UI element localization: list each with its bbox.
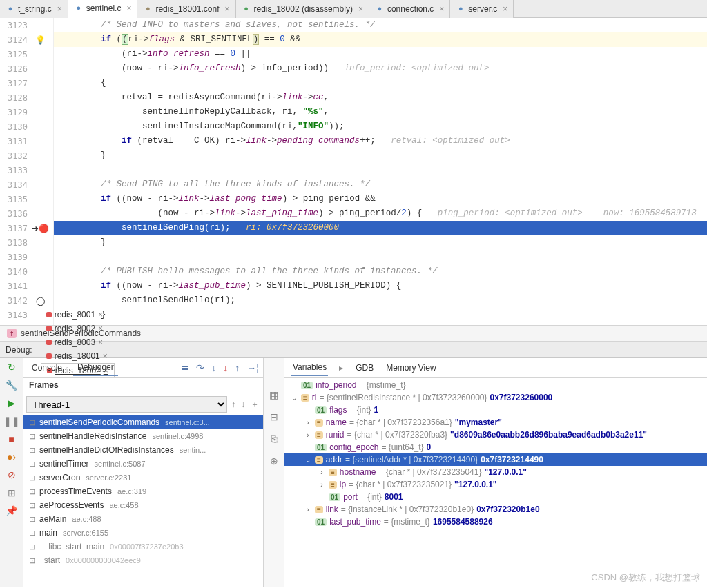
layout-button[interactable]: ⊞ xyxy=(6,487,18,499)
stack-frame[interactable]: ⊡processTimeEvents ae.c:319 xyxy=(23,484,263,498)
close-icon[interactable]: × xyxy=(98,310,103,320)
expand-icon[interactable]: › xyxy=(304,419,312,427)
code-line[interactable]: (ri->info_refresh == 0 || xyxy=(54,47,707,61)
var-row[interactable]: ⌄≡ addr = {sentinelAddr * | 0x7f37232144… xyxy=(284,453,707,466)
editor-tab-redis-18001-conf[interactable]: ●redis_18001.conf× xyxy=(137,0,235,18)
editor-tab-redis-18002--disassembly-[interactable]: ●redis_18002 (disassembly)× xyxy=(236,0,369,18)
stack-frame[interactable]: ⊡_start 0x000000000042eec9 xyxy=(23,553,263,567)
pin-button[interactable]: 📌 xyxy=(6,504,18,517)
var-row[interactable]: ›≡ name = {char * | 0x7f37232356a1} "mym… xyxy=(284,416,707,429)
stack-frame[interactable]: ⊡main server.c:6155 xyxy=(23,526,263,540)
step-into-button[interactable]: ↷ xyxy=(196,362,204,373)
code-line[interactable]: /* Send PING to all the three kinds of i… xyxy=(54,177,707,192)
layout2-button[interactable]: ⊟ xyxy=(268,411,280,423)
expand-icon[interactable]: › xyxy=(304,431,312,439)
gutter-mark[interactable]: ◯ xyxy=(30,296,50,306)
step-over-button[interactable]: ≣ xyxy=(181,362,189,373)
tab-memory[interactable]: Memory View xyxy=(385,360,437,375)
code-line[interactable] xyxy=(54,163,707,177)
settings-button[interactable]: 🔧 xyxy=(6,379,18,391)
stack-frame[interactable]: ⊡sentinelHandleDictOfRedisInstances sent… xyxy=(23,443,263,457)
code-line[interactable]: } xyxy=(54,148,707,163)
code-line[interactable]: if ((now - ri->last_pub_time) > SENTINEL… xyxy=(54,279,707,293)
code-line[interactable]: sentinelSendPing(ri); ri: 0x7f3723260000 xyxy=(54,221,707,235)
code-line[interactable]: if ((now - ri->link->last_pong_time) > p… xyxy=(54,192,707,206)
console-tab[interactable]: Console xyxy=(28,360,66,375)
gutter-mark[interactable]: 💡 xyxy=(30,35,50,45)
debug-tab-redis_8001[interactable]: redis_8001 × xyxy=(41,308,115,322)
close-icon[interactable]: × xyxy=(358,4,363,14)
editor-tab-sentinel-c[interactable]: ●sentinel.c× xyxy=(68,0,138,18)
close-icon[interactable]: × xyxy=(57,4,62,14)
step-into-my-button[interactable]: ↓ xyxy=(211,362,216,373)
stack-frame[interactable]: ⊡aeMain ae.c:488 xyxy=(23,512,263,526)
close-icon[interactable]: × xyxy=(503,4,507,14)
code-line[interactable]: if (retval == C_OK) ri->link->pending_co… xyxy=(54,134,707,148)
editor-tab-t-string-c[interactable]: ●t_string.c× xyxy=(0,0,68,18)
view-breakpoints-button[interactable]: ●› xyxy=(6,451,18,463)
resume-button[interactable]: ▶ xyxy=(6,397,18,409)
var-row[interactable]: ›≡ ip = {char * | 0x7f3723235021} "127.0… xyxy=(284,478,707,491)
next-frame-button[interactable]: ↓ xyxy=(240,400,246,409)
var-row[interactable]: ›≡ runid = {char * | 0x7f372320fba3} "d8… xyxy=(284,429,707,441)
run-to-cursor-button[interactable]: →¦ xyxy=(246,362,259,373)
var-row[interactable]: 01 info_period = {mstime_t} xyxy=(284,379,707,391)
close-icon[interactable]: × xyxy=(439,4,444,14)
stack-frame[interactable]: ⊡serverCron server.c:2231 xyxy=(23,471,263,484)
var-row[interactable]: ›≡ hostname = {char * | 0x7f3723235041} … xyxy=(284,466,707,478)
expand-icon[interactable]: ⌄ xyxy=(290,394,298,402)
thread-select[interactable]: Thread-1 xyxy=(26,396,227,413)
close-icon[interactable]: × xyxy=(126,3,131,13)
mute-breakpoints-button[interactable]: ⊘ xyxy=(6,469,18,481)
link-button[interactable]: ⊕ xyxy=(268,455,280,467)
force-step-into-button[interactable]: ↓ xyxy=(223,362,228,373)
editor-tab-server-c[interactable]: ●server.c× xyxy=(450,0,514,18)
pause-button[interactable]: ❚❚ xyxy=(6,415,18,427)
code-line[interactable]: (now - ri->info_refresh) > info_period))… xyxy=(54,61,707,76)
expand-icon[interactable]: ⌄ xyxy=(304,456,312,464)
stack-frame[interactable]: ⊡sentinelTimer sentinel.c:5087 xyxy=(23,457,263,471)
add-button[interactable]: ＋ xyxy=(249,399,260,411)
code-line[interactable] xyxy=(54,250,707,264)
code-area[interactable]: /* Send INFO to masters and slaves, not … xyxy=(54,18,707,325)
close-icon[interactable]: × xyxy=(98,324,103,333)
stack-frame[interactable]: ⊡aeProcessEvents ae.c:458 xyxy=(23,498,263,512)
var-row[interactable]: 01 last_pub_time = {mstime_t} 1695584588… xyxy=(284,516,707,528)
expand-icon[interactable]: › xyxy=(318,469,326,476)
tab-variables[interactable]: Variables xyxy=(291,360,328,376)
code-line[interactable]: sentinelInfoReplyCallback, ri, "%s", xyxy=(54,105,707,119)
code-line[interactable]: (now - ri->link->last_ping_time) > ping_… xyxy=(54,206,707,221)
debug-tab-redis_8003[interactable]: redis_8003 × xyxy=(41,335,115,349)
tab-gdb[interactable]: GDB xyxy=(354,360,375,375)
grid-button[interactable]: ▦ xyxy=(268,389,280,401)
copy-button[interactable]: ⎘ xyxy=(268,433,280,445)
editor-tab-connection-c[interactable]: ●connection.c× xyxy=(369,0,450,18)
debugger-tab[interactable]: Debugger xyxy=(73,360,118,376)
rerun-button[interactable]: ↻ xyxy=(6,361,18,373)
close-icon[interactable]: × xyxy=(225,4,230,14)
stack-frame[interactable]: ⊡sentinelHandleRedisInstance sentinel.c:… xyxy=(23,429,263,443)
code-line[interactable]: /* PUBLISH hello messages to all the thr… xyxy=(54,264,707,279)
code-line[interactable]: { xyxy=(54,76,707,90)
stack-frame[interactable]: ⊡sentinelSendPeriodicCommands sentinel.c… xyxy=(23,415,263,429)
code-line[interactable]: sentinelInstanceMapCommand(ri,"INFO")); xyxy=(54,119,707,134)
var-row[interactable]: 01 config_epoch = {uint64_t} 0 xyxy=(284,441,707,453)
expand-icon[interactable]: › xyxy=(304,506,312,513)
stack-frame[interactable]: ⊡__libc_start_main 0x00007f37237e20b3 xyxy=(23,540,263,553)
code-line[interactable]: /* Send INFO to masters and slaves, not … xyxy=(54,18,707,32)
code-line[interactable]: retval = redisAsyncCommand(ri->link->cc, xyxy=(54,90,707,105)
close-icon[interactable]: × xyxy=(98,337,103,347)
code-line[interactable]: } xyxy=(54,308,707,322)
var-row[interactable]: 01 flags = {int} 1 xyxy=(284,404,707,416)
step-out-button[interactable]: ↑ xyxy=(235,362,240,373)
prev-frame-button[interactable]: ↑ xyxy=(230,400,237,409)
var-row[interactable]: ›≡ link = {instanceLink * | 0x7f372320b1… xyxy=(284,503,707,516)
debug-tab-redis_8002[interactable]: redis_8002 × xyxy=(41,322,115,335)
var-row[interactable]: ⌄≡ ri = {sentinelRedisInstance * | 0x7f3… xyxy=(284,391,707,404)
code-line[interactable]: if ((ri->flags & SRI_SENTINEL) == 0 && xyxy=(54,32,707,47)
gutter-mark[interactable]: ➜🔴 xyxy=(30,224,50,233)
expand-icon[interactable]: › xyxy=(318,481,326,489)
code-line[interactable]: sentinelSendHello(ri); xyxy=(54,293,707,308)
stop-button[interactable]: ■ xyxy=(6,433,18,445)
code-line[interactable]: } xyxy=(54,235,707,250)
